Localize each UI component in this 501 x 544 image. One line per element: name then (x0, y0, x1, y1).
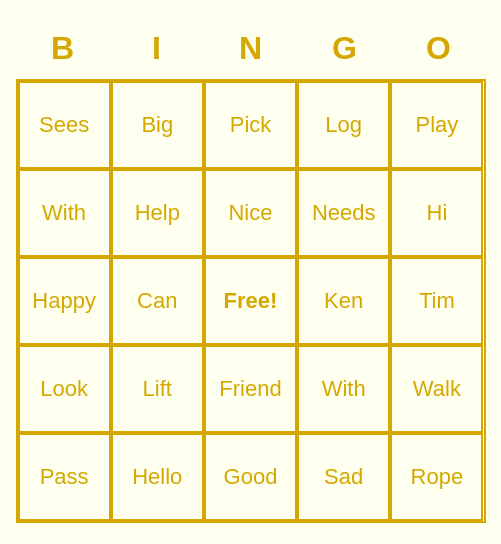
cell-4-1[interactable]: Hello (111, 433, 204, 521)
cell-0-2[interactable]: Pick (204, 81, 297, 169)
cell-2-4[interactable]: Tim (390, 257, 483, 345)
cell-2-0[interactable]: Happy (18, 257, 111, 345)
cell-1-2[interactable]: Nice (204, 169, 297, 257)
cell-2-3[interactable]: Ken (297, 257, 390, 345)
cell-1-4[interactable]: Hi (390, 169, 483, 257)
bingo-card: B I N G O Sees Big Pick Log Play With He… (16, 22, 486, 523)
cell-0-3[interactable]: Log (297, 81, 390, 169)
cell-0-4[interactable]: Play (390, 81, 483, 169)
header-i: I (110, 22, 204, 75)
cell-0-1[interactable]: Big (111, 81, 204, 169)
cell-3-1[interactable]: Lift (111, 345, 204, 433)
cell-4-4[interactable]: Rope (390, 433, 483, 521)
cell-2-1[interactable]: Can (111, 257, 204, 345)
cell-2-2-free[interactable]: Free! (204, 257, 297, 345)
cell-3-3[interactable]: With (297, 345, 390, 433)
cell-0-0[interactable]: Sees (18, 81, 111, 169)
cell-3-2[interactable]: Friend (204, 345, 297, 433)
cell-3-0[interactable]: Look (18, 345, 111, 433)
bingo-header: B I N G O (16, 22, 486, 75)
cell-1-1[interactable]: Help (111, 169, 204, 257)
cell-1-3[interactable]: Needs (297, 169, 390, 257)
header-b: B (16, 22, 110, 75)
header-n: N (204, 22, 298, 75)
cell-1-0[interactable]: With (18, 169, 111, 257)
cell-4-0[interactable]: Pass (18, 433, 111, 521)
cell-4-3[interactable]: Sad (297, 433, 390, 521)
bingo-grid: Sees Big Pick Log Play With Help Nice Ne… (16, 79, 486, 523)
header-o: O (392, 22, 486, 75)
header-g: G (298, 22, 392, 75)
cell-3-4[interactable]: Walk (390, 345, 483, 433)
cell-4-2[interactable]: Good (204, 433, 297, 521)
